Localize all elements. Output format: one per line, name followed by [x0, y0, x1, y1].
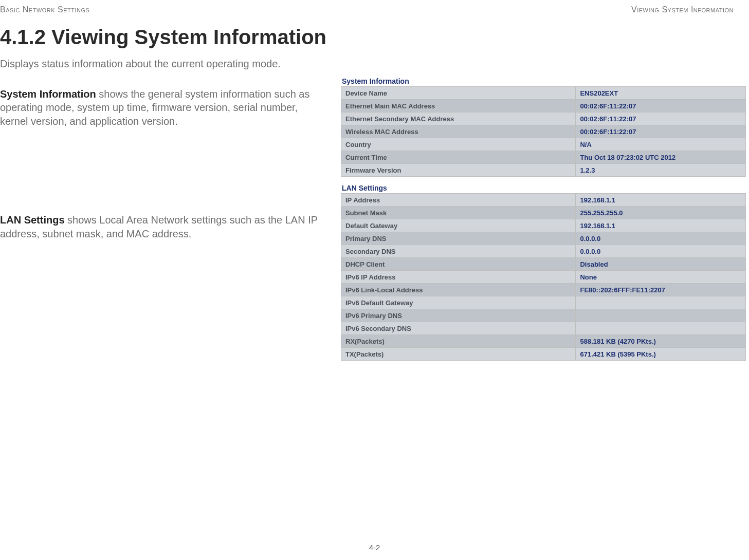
cell-label: TX(Packets) [341, 348, 576, 361]
intro-text: Displays status information about the cu… [0, 58, 737, 70]
cell-label: IPv6 Primary DNS [341, 309, 576, 322]
cell-label: Primary DNS [341, 232, 576, 245]
cell-value: 1.2.3 [576, 164, 746, 177]
cell-label: Firmware Version [341, 164, 576, 177]
cell-label: Ethernet Main MAC Address [341, 100, 576, 113]
cell-value: 671.421 KB (5395 PKts.) [576, 348, 746, 361]
cell-value: 00:02:6F:11:22:07 [576, 113, 746, 125]
cell-value: 00:02:6F:11:22:07 [576, 100, 746, 113]
cell-value: Thu Oct 18 07:23:02 UTC 2012 [576, 151, 746, 164]
table-row: IPv6 Primary DNS [341, 309, 746, 322]
cell-value [576, 322, 746, 335]
cell-value: 192.168.1.1 [576, 194, 746, 207]
running-header: Basic Network Settings Viewing System In… [0, 5, 737, 16]
cell-label: Current Time [341, 151, 576, 164]
table-row: Default Gateway192.168.1.1 [341, 219, 746, 232]
cell-label: Wireless MAC Address [341, 125, 576, 138]
table-row: Secondary DNS0.0.0.0 [341, 245, 746, 258]
system-information-title: System Information [342, 77, 746, 85]
table-row: IPv6 Default Gateway [341, 296, 746, 309]
cell-label: IPv6 Link-Local Address [341, 284, 576, 296]
cell-value: 588.181 KB (4270 PKts.) [576, 335, 746, 348]
table-row: Wireless MAC Address00:02:6F:11:22:07 [341, 125, 746, 138]
table-row: Subnet Mask255.255.255.0 [341, 207, 746, 219]
cell-label: Device Name [341, 87, 576, 100]
system-information-table: Device NameENS202EXT Ethernet Main MAC A… [341, 86, 746, 177]
table-row: Primary DNS0.0.0.0 [341, 232, 746, 245]
cell-label: IPv6 Default Gateway [341, 296, 576, 309]
table-row: Current TimeThu Oct 18 07:23:02 UTC 2012 [341, 151, 746, 164]
cell-label: Secondary DNS [341, 245, 576, 258]
table-row: Ethernet Secondary MAC Address00:02:6F:1… [341, 113, 746, 125]
cell-label: Subnet Mask [341, 207, 576, 219]
table-row: IPv6 Secondary DNS [341, 322, 746, 335]
cell-value: 255.255.255.0 [576, 207, 746, 219]
cell-value: ENS202EXT [576, 87, 746, 100]
lan-settings-title: LAN Settings [342, 184, 746, 192]
cell-label: IP Address [341, 194, 576, 207]
cell-label: Country [341, 138, 576, 151]
lan-settings-panel: LAN Settings IP Address192.168.1.1 Subne… [341, 184, 746, 361]
cell-value: 0.0.0.0 [576, 245, 746, 258]
system-information-panel: System Information Device NameENS202EXT … [341, 77, 746, 177]
table-row: DHCP ClientDisabled [341, 258, 746, 271]
lan-paragraph: LAN Settings shows Local Area Network se… [0, 213, 326, 240]
header-right: Viewing System Information [631, 5, 734, 14]
table-row: CountryN/A [341, 138, 746, 151]
cell-label: IPv6 IP Address [341, 271, 576, 284]
sysinfo-label: System Information [0, 88, 96, 100]
cell-label: Ethernet Secondary MAC Address [341, 113, 576, 125]
lan-settings-table: IP Address192.168.1.1 Subnet Mask255.255… [341, 193, 746, 361]
page-number: 4-2 [0, 543, 749, 552]
cell-value: FE80::202:6FFF:FE11:2207 [576, 284, 746, 296]
page-title: 4.1.2 Viewing System Information [0, 26, 737, 49]
cell-value: 00:02:6F:11:22:07 [576, 125, 746, 138]
cell-value: 192.168.1.1 [576, 219, 746, 232]
table-row: TX(Packets)671.421 KB (5395 PKts.) [341, 348, 746, 361]
cell-label: Default Gateway [341, 219, 576, 232]
cell-label: DHCP Client [341, 258, 576, 271]
sysinfo-paragraph: System Information shows the general sys… [0, 87, 326, 128]
table-row: Device NameENS202EXT [341, 87, 746, 100]
cell-value: N/A [576, 138, 746, 151]
table-row: Ethernet Main MAC Address00:02:6F:11:22:… [341, 100, 746, 113]
cell-value: None [576, 271, 746, 284]
table-row: IP Address192.168.1.1 [341, 194, 746, 207]
cell-label: RX(Packets) [341, 335, 576, 348]
cell-value [576, 296, 746, 309]
cell-value: Disabled [576, 258, 746, 271]
table-row: Firmware Version1.2.3 [341, 164, 746, 177]
lan-label: LAN Settings [0, 214, 65, 226]
table-row: IPv6 IP AddressNone [341, 271, 746, 284]
cell-value: 0.0.0.0 [576, 232, 746, 245]
cell-value [576, 309, 746, 322]
header-left: Basic Network Settings [0, 5, 89, 14]
cell-label: IPv6 Secondary DNS [341, 322, 576, 335]
table-row: IPv6 Link-Local AddressFE80::202:6FFF:FE… [341, 284, 746, 296]
table-row: RX(Packets)588.181 KB (4270 PKts.) [341, 335, 746, 348]
